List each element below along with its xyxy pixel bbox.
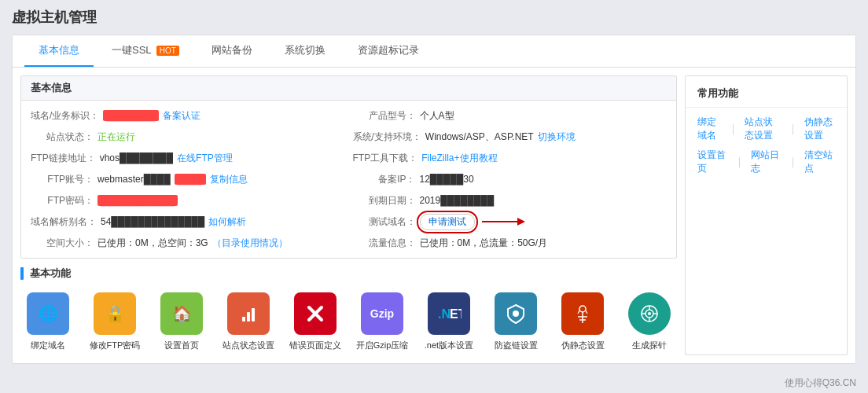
ftp-tool-link[interactable]: FileZilla+使用教程 bbox=[421, 152, 497, 165]
env-label: 系统/支持环境： bbox=[353, 130, 421, 144]
icon-dotnet[interactable]: .N ET .net版本设置 bbox=[421, 292, 476, 351]
bind-domain-icon: 🌐 bbox=[27, 292, 69, 335]
product-row: 产品型号： 个人A型 bbox=[353, 107, 668, 124]
expiry-label: 到期日期： bbox=[353, 194, 416, 208]
domain-alias-value: 54██████████████ bbox=[101, 216, 204, 227]
svg-text:ET: ET bbox=[450, 307, 462, 321]
ftp-online-link[interactable]: 在线FTP管理 bbox=[177, 152, 233, 165]
dotnet-label: .net版本设置 bbox=[425, 340, 473, 351]
sidebar-set-homepage[interactable]: 设置首页 bbox=[697, 149, 728, 175]
icon-pseudo-static[interactable]: 伪静态设置 bbox=[555, 292, 610, 351]
bind-domain-label: 绑定域名 bbox=[31, 340, 65, 351]
sidebar-row-2: 设置首页 ｜ 网站日志 ｜ 清空站点 bbox=[697, 149, 835, 175]
error-page-label: 错误页面定义 bbox=[289, 340, 341, 351]
domain-row: 域名/业务标识： ████████ 备案认证 bbox=[31, 107, 345, 124]
dotnet-icon: .N ET bbox=[428, 292, 470, 335]
info-grid: 域名/业务标识： ████████ 备案认证 产品型号： 个人A型 站点状态： bbox=[21, 101, 676, 258]
ftp-account-row: FTP账号： webmaster████ ████ 复制信息 bbox=[31, 171, 345, 188]
status-row: 站点状态： 正在运行 bbox=[31, 128, 345, 145]
sidebar-title: 常用功能 bbox=[686, 83, 847, 108]
traffic-value: 已使用：0M，总流量：50G/月 bbox=[420, 237, 548, 250]
ftp-tool-row: FTP工具下载： FileZilla+使用教程 bbox=[353, 149, 668, 167]
icon-anti-theft[interactable]: 防盗链设置 bbox=[488, 292, 543, 351]
sidebar-row-1: 绑定域名 ｜ 站点状态设置 ｜ 伪静态设置 bbox=[697, 116, 835, 142]
sidebar-links: 绑定域名 ｜ 站点状态设置 ｜ 伪静态设置 设置首页 ｜ 网站日志 ｜ 清空站点 bbox=[686, 108, 847, 183]
test-domain-value[interactable]: 申请测试 bbox=[420, 214, 475, 230]
right-sidebar: 常用功能 绑定域名 ｜ 站点状态设置 ｜ 伪静态设置 设置首页 ｜ 网站日志 ｜ bbox=[685, 75, 848, 355]
space-row: 空间大小： 已使用：0M，总空间：3G （目录使用情况） bbox=[31, 234, 345, 252]
svg-marker-1 bbox=[517, 218, 525, 226]
icon-spider[interactable]: 生成探针 bbox=[622, 292, 677, 351]
tab-switch[interactable]: 系统切换 bbox=[270, 35, 340, 67]
site-status-label: 站点状态设置 bbox=[223, 340, 274, 351]
ftp-addr-value: vhos████████ bbox=[100, 152, 173, 163]
expiry-value: 2019████████ bbox=[420, 195, 495, 206]
ftp-password-label: 修改FTP密码 bbox=[90, 340, 141, 351]
status-value: 正在运行 bbox=[97, 130, 135, 144]
icon-error-page[interactable]: 错误页面定义 bbox=[288, 292, 343, 351]
basic-info-title: 基本信息 bbox=[21, 76, 676, 101]
traffic-row: 流量信息： 已使用：0M，总流量：50G/月 bbox=[353, 234, 668, 252]
ftp-account-value: webmaster████ bbox=[97, 174, 171, 185]
page-title: 虚拟主机管理 bbox=[12, 8, 856, 27]
product-value: 个人A型 bbox=[420, 109, 454, 123]
sidebar-site-status[interactable]: 站点状态设置 bbox=[745, 116, 782, 142]
ftp-pwd-label: FTP密码： bbox=[31, 194, 94, 208]
ftp-password-icon: 🔒 bbox=[94, 292, 136, 335]
hot-badge: HOT bbox=[156, 46, 179, 56]
sidebar-bind-domain[interactable]: 绑定域名 bbox=[697, 116, 722, 142]
tab-basic[interactable]: 基本信息 bbox=[24, 35, 94, 67]
spider-icon bbox=[628, 292, 671, 335]
svg-line-14 bbox=[578, 310, 579, 314]
set-homepage-icon: 🏠 bbox=[160, 292, 203, 335]
env-row: 系统/支持环境： Windows/ASP、ASP.NET 切换环境 bbox=[353, 128, 668, 145]
gzip-icon: Gzip bbox=[361, 292, 403, 335]
ftp-addr-label: FTP链接地址： bbox=[31, 152, 96, 165]
svg-point-22 bbox=[648, 312, 651, 315]
tabs-bar: 基本信息 一键SSL HOT 网站备份 系统切换 资源超标记录 bbox=[13, 35, 855, 68]
space-value: 已使用：0M，总空间：3G bbox=[97, 237, 208, 250]
pseudo-static-icon bbox=[561, 292, 604, 335]
svg-point-9 bbox=[513, 310, 519, 317]
pseudo-static-label: 伪静态设置 bbox=[561, 340, 605, 351]
icon-gzip[interactable]: Gzip 开启Gzip压缩 bbox=[355, 292, 410, 351]
sidebar-site-log[interactable]: 网站日志 bbox=[751, 149, 782, 175]
product-label: 产品型号： bbox=[353, 109, 416, 123]
basic-functions: 基本功能 🌐 绑定域名 🔒 bbox=[20, 266, 677, 355]
space-detail-link[interactable]: （目录使用情况） bbox=[212, 237, 288, 250]
ftp-pwd-masked: ████████████ bbox=[97, 195, 178, 206]
basic-info-box: 基本信息 域名/业务标识： ████████ 备案认证 产品型号： 个人A型 bbox=[20, 75, 677, 259]
env-switch-link[interactable]: 切换环境 bbox=[538, 130, 576, 144]
icon-ftp-password[interactable]: 🔒 修改FTP密码 bbox=[87, 292, 142, 351]
domain-cert-link[interactable]: 备案认证 bbox=[163, 109, 200, 123]
icon-bind-domain[interactable]: 🌐 绑定域名 bbox=[20, 292, 75, 351]
ftp-tool-label: FTP工具下载： bbox=[353, 152, 418, 165]
tab-resource[interactable]: 资源超标记录 bbox=[344, 35, 433, 67]
status-label: 站点状态： bbox=[31, 130, 94, 144]
main-card: 基本信息 一键SSL HOT 网站备份 系统切换 资源超标记录 基本信息 bbox=[12, 35, 856, 364]
set-homepage-label: 设置首页 bbox=[164, 340, 199, 351]
domain-resolve-link[interactable]: 如何解析 bbox=[208, 215, 246, 229]
backup-ip-label: 备案IP： bbox=[353, 173, 416, 186]
backup-ip-value: 12█████30 bbox=[420, 174, 474, 185]
svg-rect-2 bbox=[242, 317, 245, 321]
section-header: 基本功能 bbox=[20, 266, 677, 281]
site-status-icon bbox=[227, 292, 270, 335]
env-value: Windows/ASP、ASP.NET bbox=[425, 130, 534, 144]
tab-backup[interactable]: 网站备份 bbox=[197, 35, 267, 67]
gzip-label: 开启Gzip压缩 bbox=[356, 340, 409, 351]
ftp-addr-row: FTP链接地址： vhos████████ 在线FTP管理 bbox=[31, 149, 345, 167]
sidebar-pseudo-static[interactable]: 伪静态设置 bbox=[804, 116, 835, 142]
section-bar bbox=[20, 267, 24, 280]
tab-ssl[interactable]: 一键SSL HOT bbox=[97, 35, 193, 67]
anti-theft-label: 防盗链设置 bbox=[495, 340, 538, 351]
domain-label: 域名/业务标识： bbox=[31, 109, 99, 123]
ftp-copy-link[interactable]: 复制信息 bbox=[210, 173, 248, 186]
svg-rect-3 bbox=[247, 312, 250, 321]
domain-alias-row: 域名解析别名： 54██████████████ 如何解析 bbox=[31, 213, 345, 230]
icon-set-homepage[interactable]: 🏠 设置首页 bbox=[154, 292, 209, 351]
svg-line-15 bbox=[586, 310, 587, 314]
icon-site-status[interactable]: 站点状态设置 bbox=[221, 292, 276, 351]
sidebar-clear-site[interactable]: 清空站点 bbox=[804, 149, 835, 175]
ftp-pwd-row: FTP密码： ████████████ bbox=[31, 192, 345, 209]
